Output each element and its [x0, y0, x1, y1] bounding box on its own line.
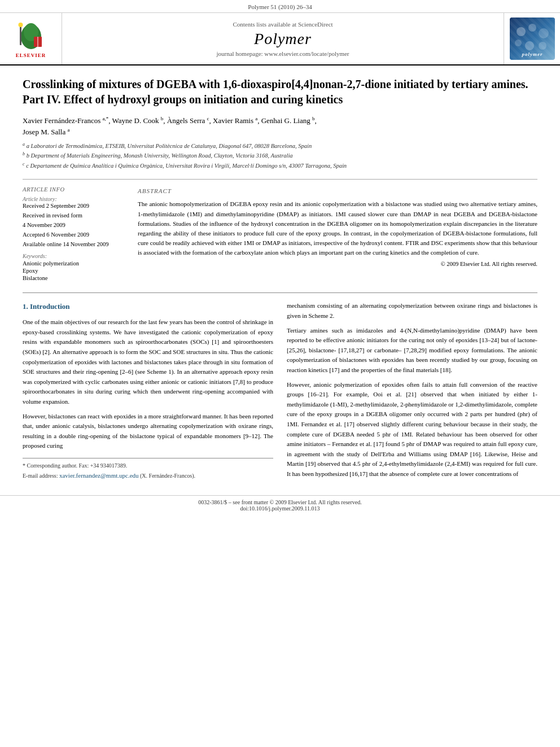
abstract-text: The anionic homopolymerization of DGEBA … — [138, 199, 537, 257]
intro-paragraph-2: However, bislactones can react with epox… — [23, 412, 273, 451]
svg-point-4 — [18, 23, 23, 27]
issn-text: 0032-3861/$ – see front matter © 2009 El… — [198, 499, 361, 505]
bottom-bar: 0032-3861/$ – see front matter © 2009 El… — [0, 495, 560, 515]
svg-point-9 — [528, 24, 536, 32]
journal-header: ELSEVIER Contents lists available at Sci… — [0, 13, 560, 65]
email-note: E-mail address: xavier.fernandez@mmt.upc… — [23, 471, 273, 480]
col2-paragraph-2: Tertiary amines such as imidazoles and 4… — [287, 326, 537, 375]
keyword-epoxy: Epoxy — [23, 268, 124, 274]
journal-citation: Polymer 51 (2010) 26–34 — [0, 0, 560, 13]
revised-date: 4 November 2009 — [23, 222, 124, 228]
intro-heading: 1. Introduction — [23, 301, 273, 313]
svg-text:polymer: polymer — [521, 51, 542, 57]
authors-line: Xavier Fernández-Francos a,*, Wayne D. C… — [23, 115, 537, 138]
section-divider — [23, 292, 537, 293]
citation-text: Polymer 51 (2010) 26–34 — [248, 3, 312, 10]
keyword-anionic: Anionic polymerization — [23, 260, 124, 267]
svg-point-8 — [517, 27, 526, 36]
col2-paragraph-3: However, anionic polymerization of epoxi… — [287, 380, 537, 479]
email-suffix: (X. Fernández-Francos). — [140, 473, 195, 479]
col2-paragraph-1: mechanism consisting of an alternating c… — [287, 301, 537, 321]
elsevier-tree-icon — [14, 20, 48, 51]
journal-homepage: journal homepage: www.elsevier.com/locat… — [216, 50, 349, 57]
revised-label: Received in revised form — [23, 212, 124, 219]
corresponding-author-note: * Corresponding author. Fax: +34 9340173… — [23, 462, 273, 470]
right-column: mechanism consisting of an alternating c… — [287, 301, 537, 483]
abstract-panel: ABSTRACT The anionic homopolymerization … — [138, 186, 537, 281]
martin-text: Martin — [287, 460, 304, 467]
email-link[interactable]: xavier.fernandez@mmt.upc.edu — [59, 472, 139, 479]
keywords-label: Keywords: — [23, 253, 47, 259]
elsevier-label: ELSEVIER — [16, 53, 46, 58]
journal-title: Polymer — [254, 30, 312, 48]
svg-point-13 — [539, 42, 546, 50]
svg-point-10 — [539, 28, 549, 38]
svg-rect-3 — [20, 25, 21, 45]
info-abstract-container: ARTICLE INFO Article history: Received 2… — [23, 179, 537, 281]
history-label: Article history: — [23, 196, 124, 202]
keyword-bislactone: Bislactone — [23, 275, 124, 281]
article-info-panel: ARTICLE INFO Article history: Received 2… — [23, 186, 124, 281]
svg-rect-7 — [510, 18, 555, 60]
affiliation-c: c c Departament de Química Analítica i Q… — [23, 163, 347, 169]
article-info-heading: ARTICLE INFO — [23, 186, 124, 193]
affiliation-b: b b Department of Materials Engineering,… — [23, 152, 293, 159]
author-salla: Josep M. Salla a — [23, 128, 69, 136]
article-body: Crosslinking of mixtures of DGEBA with 1… — [0, 65, 560, 495]
svg-point-12 — [525, 41, 534, 50]
affiliations: a a Laboratori de Termodinàmica, ETSEIB,… — [23, 141, 537, 171]
received-date: Received 2 September 2009 — [23, 203, 124, 209]
svg-point-11 — [515, 40, 522, 46]
email-label: E-mail address: — [23, 473, 58, 479]
article-title: Crosslinking of mixtures of DGEBA with 1… — [23, 77, 537, 107]
elsevier-logo: ELSEVIER — [0, 13, 62, 64]
doi-text: doi:10.1016/j.polymer.2009.11.013 — [240, 505, 320, 512]
affiliation-a: a a Laboratori de Termodinàmica, ETSEIB,… — [23, 143, 312, 149]
two-column-body: 1. Introduction One of the main objectiv… — [23, 301, 537, 483]
sciencedirect-text: Contents lists available at ScienceDirec… — [233, 21, 333, 28]
page: Polymer 51 (2010) 26–34 ELSEVIER Conten — [0, 0, 560, 747]
abstract-copyright: © 2009 Elsevier Ltd. All rights reserved… — [138, 260, 537, 269]
accepted-date: Accepted 6 November 2009 — [23, 231, 124, 238]
abstract-heading: ABSTRACT — [138, 186, 537, 196]
polymer-logo-svg: polymer — [510, 18, 555, 60]
polymer-logo-image: polymer — [510, 18, 555, 60]
available-date: Available online 14 November 2009 — [23, 241, 124, 247]
polymer-logo-box: polymer — [504, 13, 560, 64]
keywords-section: Keywords: Anionic polymerization Epoxy B… — [23, 253, 124, 281]
footnote-area: * Corresponding author. Fax: +34 9340173… — [23, 458, 273, 480]
intro-paragraph-1: One of the main objectives of our resear… — [23, 317, 273, 407]
author-fernandez: Xavier Fernández-Francos a,*, Wayne D. C… — [23, 116, 317, 125]
journal-center: Contents lists available at ScienceDirec… — [62, 13, 504, 64]
left-column: 1. Introduction One of the main objectiv… — [23, 301, 273, 483]
